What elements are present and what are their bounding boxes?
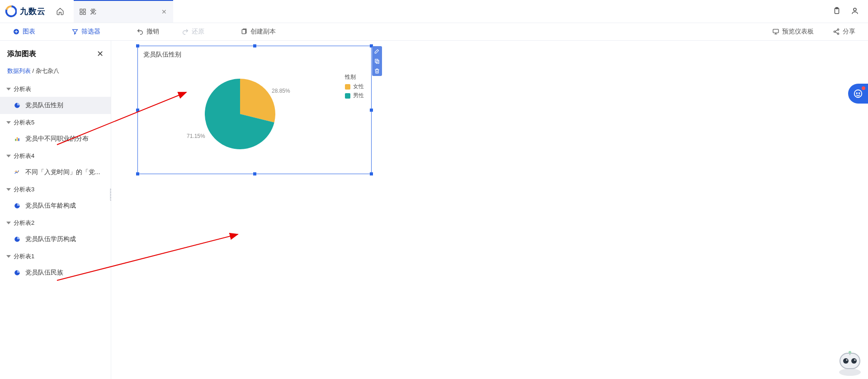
bar-chart-icon: [14, 135, 21, 142]
resize-handle[interactable]: [136, 44, 139, 47]
legend-item[interactable]: 女性: [345, 83, 364, 90]
svg-point-20: [854, 90, 862, 98]
undo-label: 撤销: [146, 28, 159, 36]
duplicate-button[interactable]: 创建副本: [236, 23, 280, 40]
svg-rect-0: [80, 9, 82, 11]
resize-handle[interactable]: [370, 109, 373, 112]
sidebar-group-header[interactable]: 分析表3: [0, 181, 111, 197]
legend-swatch: [345, 93, 350, 99]
svg-rect-17: [376, 60, 379, 63]
legend-swatch: [345, 84, 350, 90]
chevron-down-icon: [6, 255, 11, 258]
annotation-arrow: [57, 222, 247, 286]
close-icon[interactable]: ✕: [97, 49, 104, 59]
svg-point-28: [854, 360, 856, 361]
svg-point-27: [846, 360, 848, 361]
svg-rect-2: [80, 12, 82, 14]
app-name: 九数云: [20, 6, 46, 17]
redo-button: 还原: [177, 23, 209, 40]
preview-button[interactable]: 预览仪表板: [768, 28, 818, 36]
filter-label: 筛选器: [81, 28, 100, 36]
group-label: 分析表5: [14, 118, 34, 127]
canvas[interactable]: 党员队伍性别 28.85% 71.15% 性别 女性男性: [111, 41, 868, 379]
document-tab[interactable]: 党 ✕: [74, 0, 173, 23]
share-label: 分享: [843, 28, 855, 36]
help-floating-button[interactable]: [848, 84, 868, 104]
svg-rect-1: [83, 9, 85, 11]
topbar-right: [833, 7, 864, 16]
chart-legend: 性别 女性男性: [345, 73, 364, 101]
pie-chart: [204, 78, 276, 152]
svg-point-22: [859, 93, 860, 94]
toolbar: 图表 筛选器 撤销 还原 创建副本 预览仪表板 分享: [0, 23, 868, 41]
home-button[interactable]: [50, 2, 70, 20]
group-label: 分析表3: [14, 185, 34, 194]
user-icon[interactable]: [851, 7, 859, 16]
card-toolbar: [372, 46, 382, 76]
notification-dot: [862, 86, 865, 90]
sidebar-title: 添加图表: [7, 49, 36, 59]
svg-rect-13: [15, 139, 16, 141]
preview-label: 预览仪表板: [782, 28, 814, 36]
legend-item[interactable]: 男性: [345, 92, 364, 99]
line-chart-icon: [14, 169, 21, 176]
breadcrumb-root[interactable]: 数据列表: [7, 67, 31, 74]
trash-icon[interactable]: [372, 66, 382, 76]
svg-point-25: [843, 358, 849, 364]
pie-chart-icon: [14, 236, 21, 243]
chevron-down-icon: [6, 121, 11, 124]
chart-title: 党员队伍性别: [143, 51, 181, 59]
logo-icon: [5, 5, 17, 18]
svg-point-21: [856, 93, 857, 94]
svg-rect-15: [18, 138, 19, 141]
group-label: 分析表: [14, 85, 31, 93]
share-button[interactable]: 分享: [828, 28, 860, 36]
svg-rect-3: [83, 12, 85, 14]
add-chart-label: 图表: [23, 28, 35, 36]
pie-chart-icon: [14, 269, 21, 276]
svg-rect-16: [375, 59, 378, 62]
svg-rect-24: [840, 353, 860, 369]
sidebar-item[interactable]: 党员队伍年龄构成: [0, 197, 111, 214]
svg-rect-8: [242, 29, 245, 33]
resize-handle[interactable]: [253, 44, 256, 47]
edit-icon[interactable]: [372, 46, 382, 56]
chevron-down-icon: [6, 88, 11, 90]
sidebar-item-label: 不同「入党时间」的「党...: [25, 168, 100, 176]
copy-icon[interactable]: [372, 56, 382, 66]
svg-rect-9: [773, 29, 778, 33]
legend-label: 男性: [353, 92, 364, 99]
legend-title: 性别: [345, 73, 364, 81]
resize-handle[interactable]: [253, 172, 256, 175]
svg-point-26: [851, 358, 857, 364]
group-label: 分析表2: [14, 219, 34, 227]
tab-title: 党: [90, 8, 158, 16]
group-label: 分析表1: [14, 252, 34, 261]
chevron-down-icon: [6, 188, 11, 191]
duplicate-label: 创建副本: [250, 28, 276, 36]
chevron-down-icon: [6, 222, 11, 224]
svg-point-6: [854, 8, 856, 11]
breadcrumb-current: 杂七杂八: [36, 67, 59, 74]
close-icon[interactable]: ✕: [161, 8, 167, 15]
sidebar-item-label: 党员队伍年龄构成: [25, 202, 76, 210]
add-chart-button[interactable]: 图表: [8, 23, 40, 40]
pie-chart-icon: [14, 102, 21, 109]
filter-button[interactable]: 筛选器: [67, 23, 105, 40]
sidebar-item[interactable]: 不同「入党时间」的「党...: [0, 164, 111, 181]
clipboard-icon[interactable]: [833, 7, 841, 16]
topbar: 九数云 党 ✕: [0, 0, 868, 23]
svg-point-23: [839, 369, 861, 376]
svg-line-18: [57, 92, 186, 145]
annotation-arrow: [57, 77, 193, 151]
app-logo: 九数云: [4, 5, 46, 18]
resize-handle[interactable]: [370, 172, 373, 175]
group-label: 分析表4: [14, 152, 34, 160]
redo-label: 还原: [192, 28, 204, 36]
resize-handle[interactable]: [136, 172, 139, 175]
svg-line-19: [57, 234, 238, 280]
dashboard-icon: [79, 8, 86, 15]
undo-button[interactable]: 撤销: [132, 23, 164, 40]
slice-label-female: 28.85%: [272, 88, 290, 94]
assistant-mascot[interactable]: [834, 350, 866, 378]
